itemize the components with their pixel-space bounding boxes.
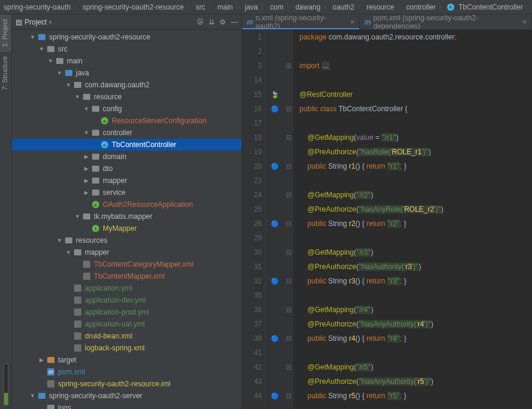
gutter-mark[interactable] [266, 145, 284, 159]
expand-arrow[interactable]: ▼ [84, 130, 88, 136]
breadcrumb-item[interactable]: oauth2 [331, 3, 356, 11]
toolwindow-structure[interactable]: 7: Structure [0, 51, 11, 95]
code-line[interactable]: public class TbContentController { [299, 102, 532, 116]
tree-node[interactable]: TbContentMapper.xml [12, 270, 241, 282]
project-tree[interactable]: ▼spring-security-oauth2-resource▼src▼mai… [12, 30, 241, 409]
fold-toggle[interactable]: ⊟ [286, 389, 292, 403]
breadcrumb-item[interactable]: controller [405, 3, 437, 11]
locate-icon[interactable]: ⦿ [197, 18, 204, 26]
tree-node[interactable]: ▼com.dawang.oauth2 [12, 79, 241, 91]
fold-toggle[interactable]: ⊟ [286, 130, 292, 145]
expand-arrow[interactable]: ▶ [84, 178, 88, 184]
code-line[interactable]: @PreAuthorize("hasAnyAuthority('r5')") [299, 374, 532, 389]
code-line[interactable] [299, 231, 532, 245]
fold-toggle[interactable]: ⊟ [286, 245, 292, 260]
code-line[interactable] [299, 288, 532, 303]
expand-arrow[interactable]: ▼ [75, 94, 80, 100]
gutter-mark[interactable] [266, 303, 284, 317]
code-editor[interactable]: 1231415161718192023242526293031323536373… [242, 30, 532, 409]
tree-node[interactable]: ▼config [12, 103, 241, 115]
gutter-mark[interactable]: 🔵 [266, 159, 284, 173]
gutter-mark[interactable] [266, 59, 284, 73]
gutter-mark[interactable] [266, 317, 284, 331]
code-line[interactable] [299, 44, 532, 59]
gutter-mark[interactable] [266, 374, 284, 389]
tree-node[interactable]: ▼resources [12, 234, 241, 246]
tree-node[interactable]: logback-spring.xml [12, 342, 241, 354]
breadcrumb-item[interactable]: spring-security-oauth [2, 3, 72, 11]
memory-indicator[interactable] [4, 364, 8, 405]
tree-node[interactable]: IMyMapper [12, 222, 241, 234]
expand-arrow[interactable]: ▼ [39, 46, 44, 52]
code-line[interactable] [299, 173, 532, 188]
fold-toggle[interactable]: ⊟ [286, 159, 292, 173]
tree-node[interactable]: ▼spring-security-oauth2-resource [12, 31, 241, 43]
expand-arrow[interactable]: ▼ [75, 213, 80, 219]
expand-arrow[interactable]: ▼ [57, 70, 62, 76]
gutter-mark[interactable] [266, 173, 284, 188]
code-line[interactable]: public String r2() { return "r2"; } [299, 216, 532, 231]
gutter-mark[interactable]: 🔵 [266, 389, 284, 403]
code-line[interactable] [299, 346, 532, 360]
fold-column[interactable]: ⊞⊟⊟⊟⊟⊟⊟⊟⊟⊟⊟⊟ [284, 30, 293, 409]
code-line[interactable]: @PreAuthorize("hasRole('ROLE_r1')") [299, 145, 532, 159]
code-line[interactable]: @GetMapping("/r3") [299, 245, 532, 260]
tree-node[interactable]: druid-bean.xml [12, 330, 241, 342]
gutter-mark[interactable] [266, 30, 284, 44]
gutter-mark[interactable] [266, 202, 284, 216]
gutter-mark[interactable] [266, 116, 284, 130]
code-line[interactable]: @GetMapping("/r4") [299, 303, 532, 317]
breadcrumb-item[interactable]: resource [365, 3, 396, 11]
expand-arrow[interactable]: ▶ [84, 190, 88, 196]
code-line[interactable]: @RestController [299, 87, 532, 102]
gutter-mark[interactable] [266, 231, 284, 245]
code-line[interactable]: public String r4() { return "r4"; } [299, 331, 532, 346]
fold-toggle[interactable]: ⊟ [286, 216, 292, 231]
tree-node[interactable]: TbContentCategoryMapper.xml [12, 258, 241, 270]
tree-node[interactable]: ▼mapper [12, 246, 241, 258]
code-line[interactable] [299, 73, 532, 87]
code-line[interactable]: @GetMapping(value = "/r1") [299, 130, 532, 145]
expand-arrow[interactable]: ▼ [48, 58, 53, 64]
gutter-mark[interactable] [266, 188, 284, 202]
code-line[interactable]: public String r1() { return "r1"; } [299, 159, 532, 173]
gutter-mark[interactable] [266, 360, 284, 374]
code-line[interactable] [299, 116, 532, 130]
editor-tab[interactable]: mpom.xml (spring-security-oauth2-depende… [360, 14, 532, 29]
gutter-mark[interactable] [266, 288, 284, 303]
gutter-mark[interactable] [266, 346, 284, 360]
toolwindow-project[interactable]: 1: Project [0, 14, 11, 51]
code-line[interactable]: public String r5() { return "r5"; } [299, 389, 532, 403]
hide-icon[interactable]: — [231, 18, 238, 26]
tree-node[interactable]: mpom.xml [12, 366, 241, 378]
breadcrumb-item[interactable]: com [269, 3, 285, 11]
tree-node[interactable]: ▼tk.mybatis.mapper [12, 210, 241, 222]
tree-node[interactable]: ▶domain [12, 151, 241, 163]
expand-arrow[interactable]: ▶ [84, 154, 88, 160]
tree-node[interactable]: cOAuth2ResourceApplication [12, 199, 241, 210]
collapse-icon[interactable]: ⇊ [209, 18, 215, 26]
tree-node[interactable]: application-dev.yml [12, 294, 241, 306]
tree-node[interactable]: application-uat.yml [12, 318, 241, 330]
gutter-mark[interactable]: 🔵 [266, 216, 284, 231]
gutter-mark[interactable] [266, 44, 284, 59]
fold-toggle[interactable]: ⊟ [286, 303, 292, 317]
breadcrumb-item[interactable]: src [194, 3, 206, 11]
code-line[interactable]: @PreAuthorize("hasAnyRole('ROLE_r2')") [299, 202, 532, 216]
expand-arrow[interactable]: ▼ [57, 237, 62, 243]
source-code[interactable]: package com.dawang.oauth2.resource.contr… [293, 30, 532, 409]
fold-toggle[interactable]: ⊟ [286, 274, 292, 288]
gear-icon[interactable]: ⚙ [219, 18, 226, 26]
expand-arrow[interactable]: ▼ [30, 34, 35, 40]
breadcrumb-item[interactable]: java [243, 3, 259, 11]
gutter-mark[interactable] [266, 130, 284, 145]
tree-node[interactable]: logs [12, 402, 241, 409]
expand-arrow[interactable]: ▼ [66, 82, 71, 88]
code-line[interactable]: package com.dawang.oauth2.resource.contr… [299, 30, 532, 44]
breadcrumb-item[interactable]: spring-security-oauth2-resource [81, 3, 185, 11]
breadcrumb-item[interactable]: main [216, 3, 234, 11]
gutter-mark[interactable] [266, 245, 284, 260]
gutter-marks[interactable]: 🍃🔵🔵🔵🔵🔵🔵 [266, 30, 284, 409]
tree-node[interactable]: application.yml [12, 282, 241, 294]
breadcrumb[interactable]: spring-security-oauth〉spring-security-oa… [0, 0, 532, 14]
